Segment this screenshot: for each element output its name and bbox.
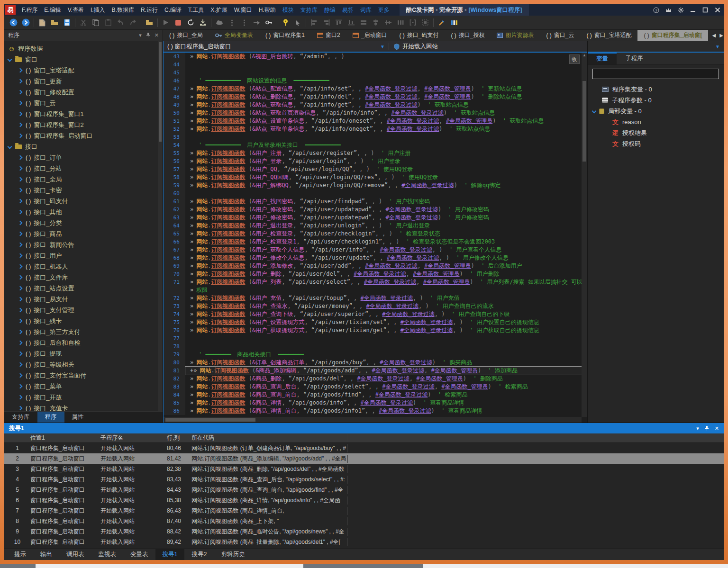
chevron-right-icon[interactable] [18,330,23,334]
menu-item[interactable]: E.编辑 [41,6,64,14]
code-line[interactable]: 73»网站.订阅视图函数 (&用户_查流水, “/api/user/money”… [164,302,582,310]
table-row[interactable]: 4窗口程序集_启动窗口开始载入网站83,43网站.订阅视图函数 (商品_查询_后… [4,474,724,485]
chevron-right-icon[interactable] [18,297,23,302]
tree-item[interactable]: ( )窗口_修改配置 [4,87,163,98]
tree-item[interactable]: ( )窗口程序集_窗口1 [4,108,163,119]
code-line[interactable]: 69»网站.订阅视图函数 (&用户_添加修改, “/api/user/add”,… [164,262,582,270]
run-icon[interactable] [160,17,172,28]
code-line[interactable]: 49»网站.订阅视图函数 (&站点_获取信息, “/api/info/get”,… [164,101,582,109]
output-tab-输出[interactable]: 输出 [33,549,59,560]
editor-horizontal-scrollbar[interactable] [164,417,582,423]
variable-item[interactable]: 子程序参数 - 0 [588,95,724,106]
tree-root[interactable]: ☺程序数据 [4,43,163,54]
tree-item[interactable]: ( )接口_残卡 [4,316,163,326]
menu-item[interactable]: V.查看 [64,6,87,14]
search-dropdown-icon[interactable]: ▾ [696,425,699,432]
tree-item[interactable]: ( )接口_后台和自检 [4,337,163,348]
table-row[interactable]: 10窗口程序集_启动窗口开始载入网站89,42网站.订阅视图函数 (商品_批量删… [4,537,724,547]
code-line[interactable]: 51»网站.订阅视图函数 (&站点_设置单条信息, “/api/info/one… [164,117,582,125]
compile-icon[interactable] [197,17,209,28]
menu-item[interactable]: I.插入 [87,6,109,14]
code-line[interactable]: 56»网站.订阅视图函数 (&用户_登录, “/api/user/login”,… [164,157,582,165]
code-line[interactable]: 60 [164,189,582,198]
tree-item[interactable]: ( )接口_分类 [4,217,163,228]
doc-tab[interactable]: ( )接口_授权 [445,30,491,41]
chevron-right-icon[interactable] [18,188,23,193]
code-line[interactable]: 80»网站.订阅视图函数 (&订单_创建商品订单, “/api/goods/bu… [164,359,582,367]
code-line[interactable]: 68»网站.订阅视图函数 (&用户_修改个人信息, “/api/user/upd… [164,254,582,262]
align-left-icon[interactable] [308,17,320,28]
code-line[interactable]: 72»网站.订阅视图函数 (&用户_充值, “/api/user/topup”,… [164,294,582,302]
code-line[interactable]: 78 [164,343,582,351]
chevron-right-icon[interactable] [18,166,23,171]
tree-item[interactable]: ( )接口_支付管理 [4,305,163,316]
menu-item-extra[interactable]: 更多 [375,6,393,14]
variables-dropdown-icon[interactable]: ▼ [715,44,720,49]
align-bottom-icon[interactable] [345,17,357,28]
menu-item-extra[interactable]: 易答 [339,6,357,14]
crown-icon[interactable] [662,5,674,15]
variable-item[interactable]: 文reason [588,117,724,127]
goto-icon[interactable] [250,17,263,28]
tree-item[interactable]: ( )接口_易支付 [4,294,163,305]
collapse-button[interactable]: 收 [569,54,580,64]
tabs-scroll-right-icon[interactable]: ▶ [719,33,723,38]
restart-icon[interactable] [184,17,197,28]
key-icon[interactable] [263,17,275,28]
stop-icon[interactable] [172,17,184,28]
doc-tab[interactable]: 图片资源表 [491,30,540,41]
module-dropdown-icon[interactable]: ▼ [380,44,385,49]
tree-item[interactable]: ( )接口_提现 [4,348,163,359]
chevron-right-icon[interactable] [18,275,23,280]
code-line[interactable]: 86»网站.订阅视图函数 (&商品_详情_前台, “/api/goods/inf… [164,407,582,415]
tree-item[interactable]: ( )接口_其他 [4,207,163,217]
tree-folder[interactable]: 接口 [4,141,163,152]
tree-item[interactable]: ( )接口_新闻公告 [4,239,163,250]
minimize-icon[interactable] [687,5,699,15]
step-over-icon[interactable] [238,17,250,28]
tree-item[interactable]: ( )接口_等级相关 [4,359,163,370]
tree-item[interactable]: ( )接口_码支付 [4,196,163,207]
output-tab-变量表[interactable]: 变量表 [123,549,155,560]
cut-icon[interactable] [77,17,90,28]
chevron-down-icon[interactable] [592,109,597,114]
chevron-right-icon[interactable] [18,232,23,236]
code-line[interactable]: 81+»网站.订阅视图函数 (&商品_添加编辑, “/api/goods/add… [164,367,582,375]
left-tab-程序[interactable]: 程序 [37,412,64,423]
output-tab-调用表[interactable]: 调用表 [59,549,91,560]
tree-item[interactable]: ( )接口_商品 [4,228,163,239]
maximize-icon[interactable] [699,5,711,15]
tree-item[interactable]: ( )接口_站点设置 [4,283,163,294]
code-line[interactable]: 77 [164,334,582,343]
chevron-right-icon[interactable] [18,341,23,345]
search-close-icon[interactable]: ✕ [715,425,719,432]
chevron-right-icon[interactable] [18,90,23,95]
code-line[interactable]: 76»网站.订阅视图函数 (&用户_获取提现方式, “/api/user/tix… [164,326,582,334]
back-icon[interactable] [7,17,19,28]
copy-icon[interactable] [90,17,102,28]
table-row[interactable]: 3窗口程序集_启动窗口开始载入网站82,38网站.订阅视图函数 (商品_删除, … [4,464,724,474]
code-line[interactable]: 50»网站.订阅视图函数 (&站点_获取首页渲染信息, “/api/info/i… [164,109,582,117]
tree-item[interactable]: ( )接口_机器人 [4,261,163,272]
pin-icon[interactable] [279,17,291,28]
table-row[interactable]: 1窗口程序集_启动窗口开始载入网站80,46网站.订阅视图函数 (订单_创建商品… [4,443,724,453]
same-width-icon[interactable] [357,17,370,28]
editor-module-title[interactable]: ( ) 窗口程序集_启动窗口 [167,43,231,51]
tree-item[interactable]: ( )接口_卡密 [4,185,163,196]
code-line[interactable]: 75»网站.订阅视图函数 (&用户_设置提现方式, “/api/user/tix… [164,318,582,326]
tabs-scroll-left-icon[interactable]: ◀ [712,33,716,38]
code-line[interactable]: 71»网站.订阅视图函数 (&用户_列表, “/api/user/select”… [164,278,582,286]
code-line[interactable]: 62»网站.订阅视图函数 (&用户_修改密码, “/api/user/updat… [164,206,582,214]
tree-item[interactable]: ( )接口_用户 [4,250,163,261]
chevron-right-icon[interactable] [18,123,23,127]
brush-icon[interactable] [436,17,448,28]
variable-item[interactable]: 局部变量 - 0 [588,106,724,117]
tree-item[interactable]: ( )窗口程序集_窗口2 [4,119,163,130]
tree-item[interactable]: ( )接口_订单 [4,152,163,163]
variable-item[interactable]: 逻授权结果 [588,127,724,138]
tree-item[interactable]: ( )窗口_宝塔适配 [4,65,163,76]
variables-tab-变量[interactable]: 变量 [588,53,617,64]
code-line[interactable]: 67»网站.订阅视图函数 (&用户_获取个人信息, “/api/user/inf… [164,246,582,254]
chevron-right-icon[interactable] [18,373,23,378]
chevron-right-icon[interactable] [18,134,23,138]
